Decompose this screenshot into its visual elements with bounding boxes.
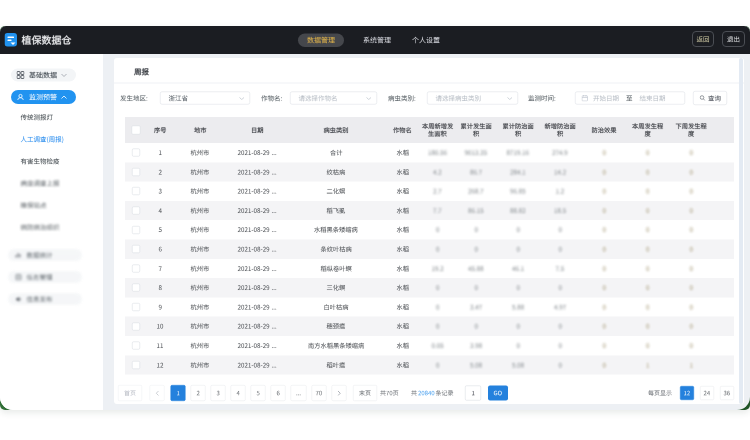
table-cell	[227, 317, 287, 336]
table-cell	[173, 220, 227, 239]
table-cell	[539, 297, 581, 316]
sidebar-tool-item[interactable]	[8, 271, 82, 283]
table-header-cell	[287, 117, 385, 143]
row-checkbox[interactable]	[132, 303, 140, 311]
spacer-cell	[714, 182, 734, 201]
row-checkbox[interactable]	[132, 342, 140, 350]
table-body	[125, 143, 734, 375]
page-number-button[interactable]	[291, 385, 307, 401]
table-cell	[385, 201, 420, 220]
exit-button[interactable]	[722, 31, 745, 47]
last-page-button[interactable]	[353, 385, 377, 401]
table-cell	[227, 297, 287, 316]
select-all-checkbox[interactable]	[132, 126, 141, 135]
region-select[interactable]	[160, 92, 250, 105]
sidebar-group-basic-data[interactable]	[11, 69, 76, 82]
table-cell	[539, 259, 581, 278]
table-cell	[627, 220, 668, 239]
column-header	[194, 127, 207, 133]
sidebar-subitem[interactable]	[21, 112, 54, 122]
table-cell	[581, 259, 627, 278]
table-cell	[147, 162, 173, 181]
back-button[interactable]	[692, 31, 714, 47]
chevron-right-icon	[337, 390, 341, 396]
sidebar-subitem[interactable]	[21, 178, 60, 188]
row-checkbox[interactable]	[132, 245, 140, 253]
per-page-option-button[interactable]	[700, 386, 714, 400]
table-row	[125, 162, 734, 181]
first-page-button[interactable]	[118, 385, 142, 401]
sidebar-subitem[interactable]	[21, 222, 60, 232]
row-checkbox[interactable]	[132, 187, 140, 195]
sidebar-subitem[interactable]	[21, 156, 60, 166]
nav-item-system-management[interactable]	[354, 33, 400, 47]
per-page-option-button[interactable]	[720, 386, 734, 400]
table-header-cell	[420, 117, 455, 143]
row-checkbox[interactable]	[132, 149, 140, 157]
page-number-button[interactable]	[312, 385, 327, 401]
page-number-button[interactable]	[211, 385, 226, 401]
table-cell	[497, 336, 539, 355]
table-cell	[287, 239, 385, 258]
sidebar-subitem[interactable]	[21, 134, 64, 144]
chevron-down-icon	[239, 97, 245, 100]
table-cell	[227, 220, 287, 239]
sidebar-subitem[interactable]	[21, 200, 47, 210]
table-cell	[287, 220, 385, 239]
row-checkbox[interactable]	[132, 361, 140, 369]
table-cell	[287, 336, 385, 355]
table-row	[125, 220, 734, 239]
go-button[interactable]	[488, 386, 508, 401]
table-cell	[147, 278, 173, 297]
table-cell	[287, 162, 385, 181]
table-cell	[455, 162, 497, 181]
row-checkbox[interactable]	[132, 264, 140, 272]
table-cell	[173, 259, 227, 278]
spacer-cell	[714, 220, 734, 239]
crop-select[interactable]	[290, 92, 377, 105]
table-cell	[147, 182, 173, 201]
table-cell	[497, 162, 539, 181]
table-cell	[627, 317, 668, 336]
sidebar-group-monitoring-warning[interactable]	[11, 90, 76, 104]
row-checkbox[interactable]	[132, 207, 140, 215]
page-number-button[interactable]	[191, 385, 206, 401]
spacer-cell	[714, 239, 734, 258]
table-cell	[455, 278, 497, 297]
table-cell	[147, 336, 173, 355]
row-checkbox[interactable]	[132, 168, 140, 176]
row-checkbox[interactable]	[132, 322, 140, 330]
nav-item-personal-settings[interactable]	[403, 33, 449, 47]
table-cell	[668, 162, 714, 181]
spacer-cell	[714, 317, 734, 336]
jump-page-input[interactable]	[465, 386, 481, 401]
table-cell	[385, 278, 420, 297]
region-label	[120, 92, 148, 105]
total-prefix	[411, 390, 417, 396]
range-separator	[626, 95, 633, 102]
pest-select[interactable]	[427, 92, 518, 105]
chevron-left-icon	[155, 390, 159, 396]
table-cell	[497, 297, 539, 316]
nav-item-data-management[interactable]	[298, 33, 344, 47]
row-checkbox[interactable]	[132, 226, 140, 234]
page-number-button[interactable]	[171, 385, 186, 401]
date-range-input[interactable]	[575, 92, 685, 105]
page-scrollbar[interactable]	[739, 58, 743, 404]
table-cell	[420, 278, 455, 297]
crop-label	[261, 92, 282, 105]
per-page-option-button[interactable]	[680, 386, 694, 400]
sidebar-tool-item[interactable]	[8, 293, 82, 305]
page-number-button[interactable]	[271, 385, 286, 401]
page-number-button[interactable]	[231, 385, 246, 401]
table-cell	[581, 297, 627, 316]
page-number-button[interactable]	[251, 385, 266, 401]
search-button[interactable]	[693, 91, 727, 105]
table-cell	[627, 143, 668, 162]
prev-page-button[interactable]	[150, 385, 165, 401]
table-cell	[497, 259, 539, 278]
table-cell	[539, 143, 581, 162]
sidebar-tool-item[interactable]	[8, 249, 82, 261]
next-page-button[interactable]	[332, 385, 347, 401]
row-checkbox[interactable]	[132, 284, 140, 292]
